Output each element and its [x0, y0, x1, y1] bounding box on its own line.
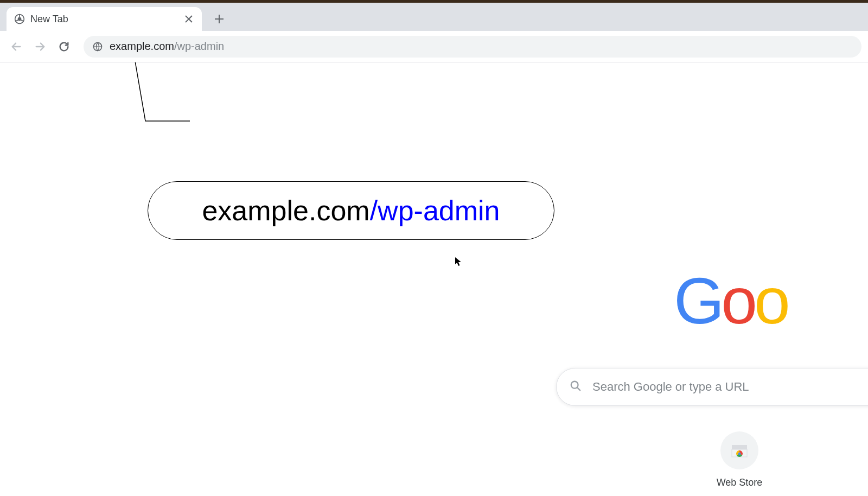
callout-domain: example.com [202, 194, 369, 227]
back-button[interactable] [7, 37, 26, 56]
site-info-icon[interactable] [92, 41, 103, 52]
shortcut-label: Web Store [717, 477, 763, 488]
webstore-icon [730, 441, 749, 460]
address-bar[interactable]: example.com/wp-admin [84, 36, 861, 58]
callout-path: /wp-admin [370, 194, 500, 227]
browser-toolbar: example.com/wp-admin [0, 31, 868, 62]
google-logo: Goo [674, 263, 787, 338]
new-tab-button[interactable] [209, 9, 229, 29]
callout-pointer-icon [0, 62, 868, 279]
url-domain: example.com [110, 40, 174, 52]
url-path: /wp-admin [174, 40, 224, 52]
callout-bubble: example.com/wp-admin [148, 181, 554, 240]
reload-button[interactable] [54, 37, 74, 56]
page-content: example.com/wp-admin Goo Search Google o… [0, 62, 868, 496]
tab-title: New Tab [30, 14, 178, 25]
forward-button[interactable] [30, 37, 50, 56]
tab-favicon-icon [14, 14, 25, 24]
shortcut-webstore[interactable]: Web Store [715, 431, 764, 488]
logo-g: G [674, 264, 721, 337]
logo-o1: o [721, 264, 754, 337]
url-text: example.com/wp-admin [110, 40, 224, 53]
search-box[interactable]: Search Google or type a URL [556, 368, 868, 406]
logo-o2: o [754, 264, 787, 337]
cursor-icon [455, 257, 462, 266]
search-placeholder: Search Google or type a URL [592, 380, 749, 394]
shortcut-icon-bg [720, 431, 758, 469]
close-tab-icon[interactable] [183, 14, 194, 24]
browser-tab[interactable]: New Tab [7, 7, 202, 31]
svg-rect-4 [732, 445, 747, 449]
search-icon [570, 380, 582, 394]
tab-strip: New Tab [0, 3, 868, 31]
